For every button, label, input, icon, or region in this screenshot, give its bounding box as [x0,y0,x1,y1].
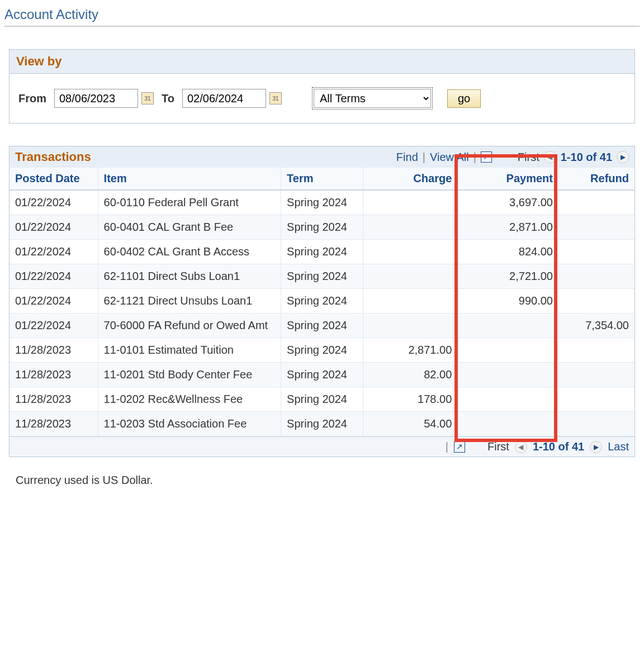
cell-refund [558,363,634,387]
cell-term: Spring 2024 [281,240,363,264]
transactions-panel: Transactions Find | View All | ↗ First ◀… [9,146,635,457]
cell-refund [558,190,634,215]
cell-refund [558,412,634,436]
table-row: 01/22/2024 60-0402 CAL Grant B Access Sp… [10,240,634,264]
term-select[interactable]: All Terms [314,89,431,108]
cell-date: 01/22/2024 [10,314,98,338]
cell-charge [363,314,457,338]
cell-payment [458,314,559,338]
calendar-icon[interactable]: 31 [269,92,282,104]
cell-refund [558,240,634,264]
col-term[interactable]: Term [281,168,363,190]
cell-date: 01/22/2024 [10,289,98,314]
cell-payment: 990.00 [458,289,559,314]
cell-refund [558,215,634,240]
currency-note: Currency used is US Dollar. [16,474,628,487]
separator: | [423,151,425,164]
from-label: From [18,92,46,105]
cell-date: 11/28/2023 [10,387,98,412]
to-label: To [162,92,174,105]
cell-payment [458,412,559,436]
cell-charge: 178.00 [363,387,457,412]
cell-item: 11-0202 Rec&Wellness Fee [98,387,281,412]
cell-item: 11-0203 Std Association Fee [98,412,281,436]
cell-payment: 2,721.00 [458,264,559,289]
table-row: 01/22/2024 62-1101 Direct Subs Loan1 Spr… [10,264,634,289]
to-date-input[interactable] [182,89,266,108]
cell-term: Spring 2024 [281,264,363,289]
pager-first: First [518,151,539,164]
go-button[interactable]: go [447,89,481,108]
cell-charge: 54.00 [363,412,457,436]
col-charge[interactable]: Charge [363,168,457,190]
table-row: 11/28/2023 11-0202 Rec&Wellness Fee Spri… [10,387,634,412]
col-item[interactable]: Item [98,168,281,190]
cell-refund [558,387,634,412]
pager-range: 1-10 of 41 [561,151,612,164]
table-row: 11/28/2023 11-0201 Std Body Center Fee S… [10,363,634,387]
page-title: Account Activity [4,7,640,27]
cell-item: 60-0401 CAL Grant B Fee [98,215,281,240]
cell-term: Spring 2024 [281,190,363,215]
col-posted-date[interactable]: Posted Date [10,168,98,190]
next-page-button[interactable]: ▶ [617,151,629,163]
table-row: 11/28/2023 11-0203 Std Association Fee S… [10,412,634,436]
cell-payment [458,363,559,387]
table-row: 01/22/2024 60-0110 Federal Pell Grant Sp… [10,190,634,215]
next-page-button-bottom[interactable]: ▶ [590,441,602,453]
popout-icon[interactable]: ↗ [454,441,465,453]
prev-page-button[interactable]: ◀ [544,151,556,163]
transactions-toolbar: Find | View All | ↗ First ◀ 1-10 of 41 ▶ [396,151,629,164]
pager-first-bottom: First [487,440,509,453]
find-link[interactable]: Find [396,151,418,164]
col-refund[interactable]: Refund [558,168,634,190]
cell-date: 01/22/2024 [10,264,98,289]
view-all-link[interactable]: View All [430,151,469,164]
cell-date: 11/28/2023 [10,338,98,363]
prev-page-button-bottom[interactable]: ◀ [515,441,527,453]
view-by-panel: View by From 31 To 31 All Terms go [9,49,635,124]
view-by-header: View by [10,50,634,74]
cell-term: Spring 2024 [281,338,363,363]
cell-refund [558,289,634,314]
separator: | [446,440,448,453]
cell-charge [363,215,457,240]
cell-refund [558,264,634,289]
cell-term: Spring 2024 [281,215,363,240]
transactions-header: Transactions Find | View All | ↗ First ◀… [10,146,634,168]
cell-item: 70-6000 FA Refund or Owed Amt [98,314,281,338]
table-row: 01/22/2024 62-1121 Direct Unsubs Loan1 S… [10,289,634,314]
cell-date: 01/22/2024 [10,190,98,215]
cell-charge: 2,871.00 [363,338,457,363]
transactions-table: Posted Date Item Term Charge Payment Ref… [10,168,634,436]
cell-date: 11/28/2023 [10,412,98,436]
cell-refund [558,338,634,363]
cell-item: 62-1101 Direct Subs Loan1 [98,264,281,289]
cell-payment: 824.00 [458,240,559,264]
cell-item: 60-0110 Federal Pell Grant [98,190,281,215]
from-date-input[interactable] [54,89,138,108]
cell-term: Spring 2024 [281,314,363,338]
cell-item: 11-0101 Estimated Tuition [98,338,281,363]
cell-refund: 7,354.00 [558,314,634,338]
cell-term: Spring 2024 [281,387,363,412]
cell-item: 11-0201 Std Body Center Fee [98,363,281,387]
pager-range-bottom: 1-10 of 41 [533,440,584,453]
popout-icon[interactable]: ↗ [481,151,492,163]
table-row: 11/28/2023 11-0101 Estimated Tuition Spr… [10,338,634,363]
cell-date: 01/22/2024 [10,240,98,264]
cell-payment [458,387,559,412]
cell-payment [458,338,559,363]
pager-last[interactable]: Last [608,440,629,453]
transactions-title: Transactions [15,150,91,164]
cell-item: 60-0402 CAL Grant B Access [98,240,281,264]
bottom-pager: | ↗ First ◀ 1-10 of 41 ▶ Last [10,436,634,457]
cell-charge: 82.00 [363,363,457,387]
calendar-icon[interactable]: 31 [141,92,154,104]
cell-date: 11/28/2023 [10,363,98,387]
cell-charge [363,264,457,289]
cell-charge [363,240,457,264]
separator: | [473,151,476,164]
cell-term: Spring 2024 [281,289,363,314]
col-payment[interactable]: Payment [458,168,559,190]
